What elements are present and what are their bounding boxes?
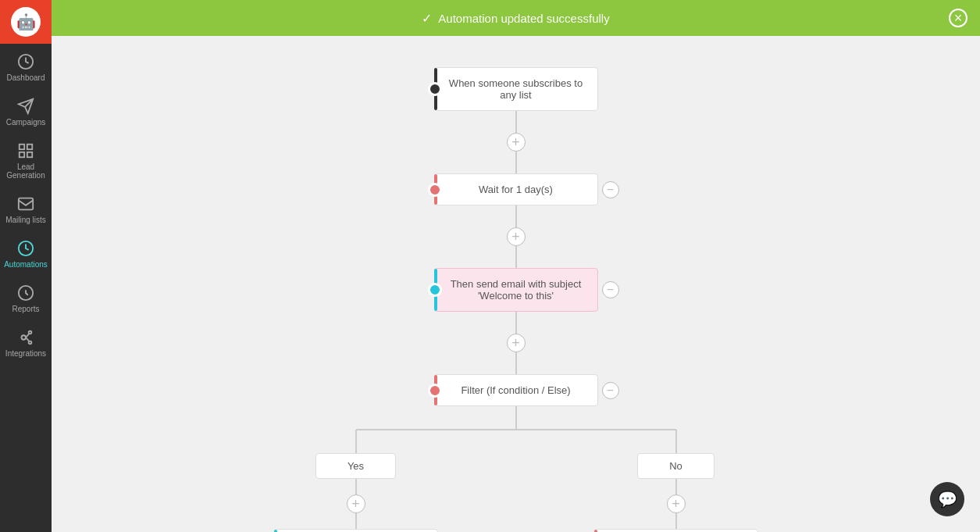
svg-rect-4 <box>27 152 32 157</box>
checkmark-icon: ✓ <box>422 11 432 26</box>
send-email-node-dot <box>428 283 442 297</box>
chat-icon: 💬 <box>938 490 957 509</box>
svg-point-9 <box>29 331 32 334</box>
sidebar-item-reports[interactable]: Reports <box>0 275 52 320</box>
connector-line <box>515 246 517 268</box>
no-button[interactable]: No <box>637 453 715 479</box>
sidebar-item-dashboard[interactable]: Dashboard <box>0 44 52 88</box>
wait-node[interactable]: Wait for 1 day(s) − <box>434 173 598 205</box>
yes-button[interactable]: Yes <box>315 453 396 479</box>
branch-center-line <box>515 406 517 430</box>
banner-close-button[interactable]: × <box>949 9 968 27</box>
trigger-node-dot <box>428 82 442 96</box>
sidebar-item-lead-generation[interactable]: Lead Generation <box>0 133 52 186</box>
yes-branch: Yes + Then trigger automation 'Welcome e… <box>274 430 438 532</box>
remove-wait-button[interactable]: − <box>602 181 619 198</box>
connector-line <box>515 111 517 133</box>
add-yes-step-button[interactable]: + <box>347 495 365 513</box>
logo-button[interactable]: 🤖 <box>0 0 52 44</box>
svg-rect-5 <box>19 198 33 210</box>
connector-1: + <box>507 111 526 173</box>
connector-line <box>515 312 517 334</box>
filter-node-box[interactable]: Filter (If condition / Else) − <box>434 374 598 406</box>
filter-node-dot <box>428 384 442 398</box>
add-no-step-button[interactable]: + <box>667 495 686 513</box>
branch-horizontal-container <box>321 406 711 430</box>
connector-line <box>515 152 517 173</box>
svg-point-8 <box>22 335 27 340</box>
mail-icon <box>17 195 34 212</box>
filter-node-text: Filter (If condition / Else) <box>461 384 570 396</box>
sidebar: 🤖 Dashboard Campaigns Lead Generation Ma… <box>0 0 52 532</box>
no-branch: No + Then subscribe to list 'enstinemuki… <box>594 430 758 532</box>
send-email-node-box[interactable]: Then send email with subject 'Welcome to… <box>434 268 598 312</box>
logo-icon: 🤖 <box>11 7 41 37</box>
svg-rect-3 <box>20 152 24 157</box>
send-email-node-text: Then send email with subject 'Welcome to… <box>451 278 582 302</box>
remove-email-button[interactable]: − <box>602 281 619 298</box>
svg-point-10 <box>29 341 32 345</box>
sidebar-item-mailing-lists[interactable]: Mailing lists <box>0 186 52 230</box>
remove-filter-button[interactable]: − <box>602 382 619 399</box>
send-email-node[interactable]: Then send email with subject 'Welcome to… <box>434 268 598 312</box>
main-content: ✓ Automation updated successfully × When… <box>52 0 980 532</box>
flow-canvas: When someone subscribes to any list + Wa… <box>52 36 980 532</box>
banner-message: Automation updated successfully <box>438 12 609 25</box>
connector-2: + <box>507 205 526 268</box>
connector-line <box>515 352 517 374</box>
filter-node[interactable]: Filter (If condition / Else) − <box>434 374 598 406</box>
no-vert-line <box>675 430 677 453</box>
yes-vert-line3 <box>355 513 357 529</box>
branch-h-line <box>356 429 676 430</box>
svg-rect-1 <box>20 145 24 149</box>
sidebar-item-label: Campaigns <box>6 118 46 127</box>
sidebar-item-integrations[interactable]: Integrations <box>0 320 52 364</box>
sidebar-item-automations[interactable]: Automations <box>0 230 52 275</box>
branch-section: Yes + Then trigger automation 'Welcome e… <box>321 406 711 532</box>
chat-widget-button[interactable]: 💬 <box>930 482 964 516</box>
svg-rect-2 <box>27 145 32 149</box>
reports-icon <box>17 284 34 302</box>
trigger-node-text: When someone subscribes to any list <box>449 77 583 101</box>
sidebar-item-label: Integrations <box>5 349 46 358</box>
dashboard-icon <box>17 53 34 70</box>
clock-icon <box>17 240 34 257</box>
integrations-icon <box>17 329 34 346</box>
no-sub-node[interactable]: Then subscribe to list 'enstinemuki firs… <box>594 529 758 532</box>
branch-columns: Yes + Then trigger automation 'Welcome e… <box>274 430 758 532</box>
connector-line <box>515 205 517 227</box>
add-step-button-1[interactable]: + <box>507 133 526 152</box>
no-vert-line2 <box>675 479 677 495</box>
wait-node-dot <box>428 183 442 197</box>
wait-node-text: Wait for 1 day(s) <box>479 184 553 195</box>
sidebar-item-label: Mailing lists <box>5 216 46 224</box>
wait-node-box[interactable]: Wait for 1 day(s) − <box>434 173 598 205</box>
lead-icon <box>17 142 34 159</box>
sidebar-item-label: Automations <box>4 260 48 269</box>
campaigns-icon <box>17 98 34 115</box>
trigger-node-box[interactable]: When someone subscribes to any list <box>434 67 598 111</box>
no-vert-line3 <box>675 513 677 529</box>
trigger-node[interactable]: When someone subscribes to any list <box>434 67 598 111</box>
yes-vert-line2 <box>355 479 357 495</box>
yes-sub-node[interactable]: Then trigger automation 'Welcome email s… <box>274 529 438 532</box>
connector-3: + <box>507 312 526 374</box>
yes-vert-line <box>355 430 357 453</box>
add-step-button-3[interactable]: + <box>507 334 526 352</box>
sidebar-item-label: Reports <box>12 305 39 313</box>
add-step-button-2[interactable]: + <box>507 227 526 246</box>
sidebar-item-campaigns[interactable]: Campaigns <box>0 88 52 133</box>
success-banner: ✓ Automation updated successfully × <box>52 0 980 36</box>
sidebar-item-label: Dashboard <box>7 73 45 82</box>
flow-container: When someone subscribes to any list + Wa… <box>243 52 789 501</box>
sidebar-item-label: Lead Generation <box>3 162 48 180</box>
